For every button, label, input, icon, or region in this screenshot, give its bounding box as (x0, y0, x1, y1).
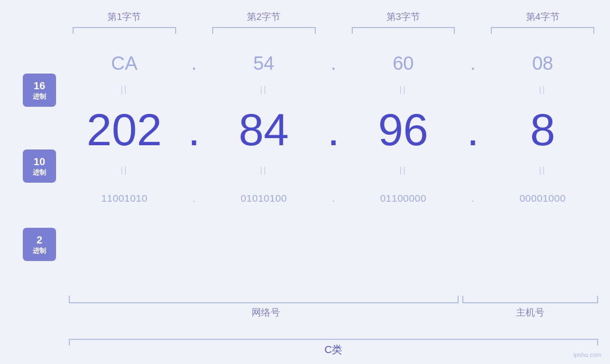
bin-row: 11001010 . 01010100 . 01100000 . 0000100… (69, 182, 598, 215)
dec-val-2: 84 (208, 107, 319, 152)
eq-b3: || (348, 165, 459, 175)
top-bracket-3 (352, 27, 455, 35)
class-label: C类 (69, 343, 598, 357)
col-header-2: 第2字节 (208, 10, 319, 23)
bin-val-4: 00001000 (487, 193, 598, 204)
sep-hex-2: . (319, 53, 348, 74)
top-bracket-1 (73, 27, 176, 35)
eq-3: || (348, 84, 459, 94)
sep-dec-2: . (319, 104, 348, 156)
host-label: 主机号 (462, 306, 598, 319)
hex-badge: 16 进制 (23, 74, 56, 107)
network-bracket-line (69, 302, 459, 303)
sep-hex-3: . (459, 53, 487, 74)
sep-dec-3: . (459, 104, 487, 156)
eq-b2: || (208, 165, 319, 175)
eq-row-hex-dec: || || || || (69, 77, 598, 101)
col-header-3: 第3字节 (348, 10, 459, 23)
dec-badge: 10 进制 (23, 149, 56, 183)
col-header-4: 第4字节 (487, 10, 598, 23)
hex-badge-num: 16 (34, 80, 45, 92)
watermark: ipshu.com (573, 351, 601, 358)
hex-val-4: 08 (487, 53, 598, 74)
top-bracket-4 (491, 27, 594, 35)
dec-val-3: 96 (348, 107, 459, 152)
eq-row-dec-bin: || || || || (69, 158, 598, 182)
bin-val-3: 01100000 (348, 193, 459, 204)
eq-b4: || (487, 165, 598, 175)
hex-badge-unit: 进制 (33, 93, 46, 101)
sep-bin-2: . (319, 193, 348, 204)
host-bracket-line (462, 302, 598, 303)
hex-val-3: 60 (348, 53, 459, 74)
sep-dec-1: . (180, 104, 208, 156)
eq-1: || (69, 84, 180, 94)
hex-val-1: CA (69, 53, 180, 74)
net-host-brackets: 网络号 主机号 (69, 296, 598, 319)
sep-bin-3: . (459, 193, 487, 204)
dec-row: 202 . 84 . 96 . 8 (69, 101, 598, 158)
hex-val-2: 54 (208, 53, 319, 74)
top-bracket-2 (212, 27, 316, 35)
bin-badge-num: 2 (37, 234, 42, 246)
column-headers: 第1字节 第2字节 第3字节 第4字节 (69, 0, 598, 23)
sep-hex-1: . (180, 53, 208, 74)
bin-badge: 2 进制 (23, 228, 56, 261)
dec-val-4: 8 (487, 107, 598, 152)
bin-val-1: 11001010 (69, 193, 180, 204)
dec-val-1: 202 (69, 107, 180, 152)
class-bracket-line (69, 339, 598, 340)
network-label: 网络号 (69, 306, 462, 319)
dec-badge-unit: 进制 (33, 168, 46, 177)
eq-b1: || (69, 165, 180, 175)
dec-badge-num: 10 (34, 156, 45, 168)
bin-badge-unit: 进制 (33, 247, 46, 255)
bin-val-2: 01010100 (208, 193, 319, 204)
class-bracket: C类 (69, 339, 598, 357)
hex-row: CA . 54 . 60 . 08 (69, 49, 598, 77)
top-brackets (69, 27, 598, 35)
eq-4: || (487, 84, 598, 94)
sep-bin-1: . (180, 193, 208, 204)
eq-2: || (208, 84, 319, 94)
col-header-1: 第1字节 (69, 10, 180, 23)
